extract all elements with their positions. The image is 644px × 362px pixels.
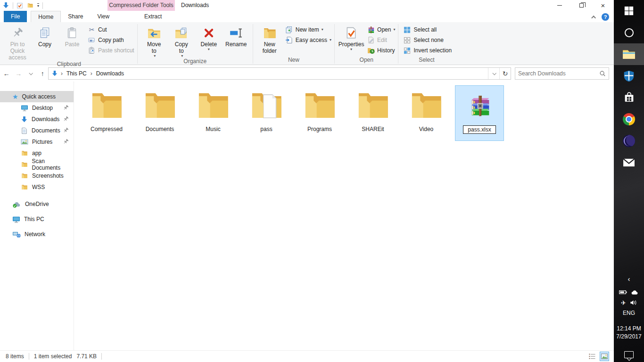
folder-icon [21,184,28,190]
file-item-programs[interactable]: Programs [295,85,344,141]
qat-new-folder-icon[interactable] [26,2,34,8]
taskbar-store[interactable] [614,87,644,108]
help-icon[interactable]: ? [602,13,609,21]
collapse-ribbon-icon[interactable] [591,15,596,20]
new-item-button[interactable]: New item ▾ [285,25,331,34]
address-dropdown-button[interactable] [488,68,499,79]
status-bar: 8 items 1 item selected 7.71 KB [0,350,614,362]
file-item-shareit[interactable]: SHAREit [348,85,397,141]
easy-access-button[interactable]: Easy access ▾ [285,36,331,44]
taskbar-defender[interactable] [614,65,644,87]
windows-logo-icon [624,6,634,16]
selection-count: 1 item selected [34,353,72,360]
file-item-pass-xlsx[interactable]: pass.xlsx [455,85,504,141]
tab-home[interactable]: Home [31,11,61,22]
forward-button[interactable]: → [13,68,25,79]
breadcrumb: › This PC › Downloads [49,70,488,77]
tab-view[interactable]: View [90,11,116,22]
move-to-button[interactable]: Moveto▾ [140,24,168,58]
sidebar-item-pictures[interactable]: Pictures [0,136,74,148]
new-folder-button[interactable]: Newfolder [256,24,283,54]
onedrive-cloud-icon[interactable] [631,289,639,295]
details-view-button[interactable] [587,352,597,361]
sidebar-item-desktop[interactable]: Desktop [0,102,74,114]
refresh-button[interactable]: ↻ [499,68,511,79]
sidebar-item-downloads[interactable]: Downloads [0,114,74,125]
select-none-icon [403,36,411,44]
sidebar-item-quick-access[interactable]: ★ Quick access [0,91,74,102]
file-item-compressed[interactable]: Compressed [82,85,131,141]
select-none-button[interactable]: Select none [403,36,452,44]
file-item-music[interactable]: Music [189,85,238,141]
paste-shortcut-button[interactable]: Paste shortcut [88,46,134,55]
address-bar[interactable]: › This PC › Downloads ↻ [48,67,511,80]
copy-button[interactable]: Copy [31,24,58,48]
search-box[interactable] [515,67,609,80]
rename-textbox[interactable]: pass.xlsx [463,125,495,134]
open-button[interactable]: Open ▾ [367,25,395,34]
up-button[interactable]: ↑ [37,68,49,79]
file-item-documents[interactable]: Documents [135,85,184,141]
copy-path-button[interactable]: Copy path [88,36,134,44]
cut-button[interactable]: ✂ Cut [88,25,134,34]
taskbar-chrome[interactable] [614,108,644,130]
copy-to-button[interactable]: Copyto▾ [168,24,195,58]
folder-icon [21,161,28,168]
restore-button[interactable] [570,0,592,11]
winrar-archive-icon [467,86,492,126]
breadcrumb-downloads[interactable]: Downloads [95,70,125,77]
tab-share[interactable]: Share [61,11,90,22]
back-button[interactable]: ← [1,68,12,79]
paste-button[interactable]: Paste [58,24,86,48]
move-to-icon [147,25,161,41]
sidebar-item-app[interactable]: app [0,148,74,159]
folder-icon [21,173,28,179]
taskbar-eclipse[interactable] [614,130,644,152]
divider [13,2,13,9]
invert-selection-icon [403,47,411,55]
language-indicator[interactable]: ENG [623,310,635,316]
tab-extract[interactable]: Extract [119,11,187,22]
show-hidden-icons-button[interactable]: ‹ [628,275,630,283]
start-button[interactable] [614,0,644,22]
sidebar-item-onedrive[interactable]: OneDrive [0,198,74,210]
close-button[interactable]: × [592,0,614,11]
file-item-pass[interactable]: pass [242,85,291,141]
pin-to-quick-access-button[interactable]: Pin to Quickaccess [4,24,31,61]
edit-button[interactable]: Edit [367,36,395,44]
sidebar-item-network[interactable]: Network [0,229,74,240]
large-icons-view-button[interactable] [600,352,609,361]
sidebar-item-wss[interactable]: WSS [0,181,74,193]
invert-selection-button[interactable]: Invert selection [403,46,452,55]
sidebar-item-documents[interactable]: Documents [0,125,74,136]
qat-customize-icon[interactable]: ▾ [37,3,39,8]
sidebar-item-screenshots[interactable]: Screenshots [0,170,74,181]
action-center-icon[interactable] [624,351,634,358]
search-input[interactable] [518,70,599,77]
qat-properties-icon[interactable] [17,2,23,9]
history-button[interactable]: History [367,46,395,55]
cortana-button[interactable] [614,22,644,43]
volume-icon[interactable] [630,299,637,306]
search-icon[interactable] [599,70,606,77]
minimize-button[interactable] [549,0,570,11]
sidebar-item-this-pc[interactable]: This PC [0,214,74,225]
taskbar-mail[interactable] [614,152,644,173]
recent-locations-button[interactable] [25,68,36,79]
file-item-video[interactable]: Video [402,85,451,141]
delete-button[interactable]: Delete▾ [195,24,223,51]
rename-button[interactable]: Rename [223,24,250,48]
select-all-button[interactable]: Select all [403,25,452,34]
clock-date[interactable]: 7/29/2017 [616,333,641,341]
clock-time[interactable]: 12:14 PM [617,325,641,333]
airplane-mode-icon[interactable]: ✈ [621,299,626,306]
taskbar-file-explorer[interactable] [614,43,644,65]
sidebar-item-scan-documents[interactable]: Scan Documents [0,159,74,170]
tab-file[interactable]: File [4,11,27,22]
breadcrumb-this-pc[interactable]: This PC [66,70,88,77]
battery-icon[interactable] [619,290,627,295]
back-icon: ← [3,70,10,77]
new-item-icon [285,26,293,34]
properties-button[interactable]: Properties▾ [338,24,365,51]
folder-icon [21,150,28,156]
